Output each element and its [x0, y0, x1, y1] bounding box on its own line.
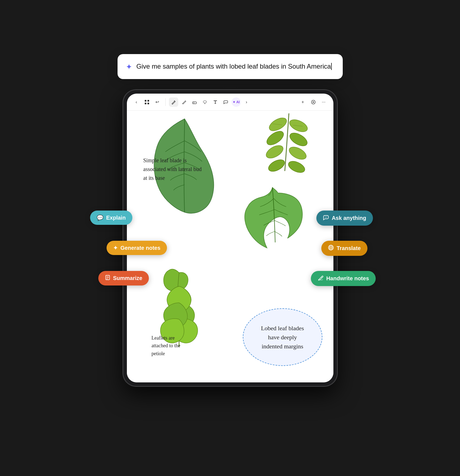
- svg-rect-0: [145, 100, 146, 102]
- svg-point-6: [203, 101, 207, 103]
- svg-point-23: [326, 217, 326, 217]
- svg-point-14: [264, 143, 285, 161]
- svg-rect-4: [193, 102, 196, 104]
- speech-tool-button[interactable]: [221, 97, 230, 107]
- toolbar-tools-group: ✦ AI ›: [169, 97, 251, 107]
- toolbar-divider-1: [165, 98, 166, 106]
- svg-point-13: [288, 130, 309, 149]
- svg-point-12: [264, 128, 286, 148]
- svg-point-16: [266, 157, 286, 174]
- translate-fab[interactable]: Translate: [321, 241, 367, 256]
- lobed-leaf-callout: Lobed leaf bladeshave deeplyindented mar…: [243, 308, 322, 366]
- svg-rect-3: [147, 103, 149, 104]
- text-tool-button[interactable]: [211, 97, 220, 107]
- toolbar-actions-group: + ···: [298, 97, 328, 107]
- translate-icon: [328, 245, 334, 252]
- ai-icon: ✦: [233, 100, 235, 104]
- toolbar: ‹ ↩: [127, 94, 333, 111]
- svg-rect-2: [145, 103, 146, 104]
- text-cursor: [331, 63, 332, 70]
- ai-sparkle-icon: ✦: [126, 62, 132, 71]
- explain-fab[interactable]: 💬 Explain: [90, 211, 132, 225]
- svg-point-10: [267, 115, 289, 133]
- explain-label: Explain: [106, 215, 126, 221]
- menu-button[interactable]: ···: [319, 97, 328, 107]
- svg-point-17: [286, 159, 306, 175]
- undo-button[interactable]: ↩: [153, 97, 162, 107]
- lasso-tool-button[interactable]: [200, 97, 210, 107]
- ask-label: Ask anything: [332, 215, 366, 221]
- svg-point-24: [327, 217, 327, 217]
- ai-tool-button[interactable]: ✦ AI: [232, 97, 241, 107]
- add-button[interactable]: +: [298, 97, 308, 107]
- summarize-label: Summarize: [113, 275, 143, 281]
- back-button[interactable]: ‹: [132, 97, 141, 107]
- ask-anything-fab[interactable]: Ask anything: [316, 211, 373, 226]
- svg-point-15: [287, 144, 308, 162]
- clear-button[interactable]: [309, 97, 318, 107]
- translate-label: Translate: [337, 245, 361, 251]
- summarize-icon: [105, 275, 110, 282]
- ai-label: AI: [236, 100, 240, 104]
- handwrite-icon: [317, 275, 324, 282]
- leaflet-text: Leaflets areattached to thepetiole: [152, 334, 180, 358]
- generate-notes-fab[interactable]: ✦ Generate notes: [107, 241, 167, 255]
- svg-point-22: [325, 217, 325, 217]
- pencil-tool-button[interactable]: [179, 97, 189, 107]
- explain-icon: 💬: [97, 214, 104, 221]
- pen-tool-button[interactable]: [169, 97, 178, 107]
- ai-prompt-box[interactable]: ✦ Give me samples of plants with lobed l…: [118, 54, 343, 79]
- ai-prompt-text: Give me samples of plants with lobed lea…: [136, 62, 332, 71]
- scene: ‹ ↩: [0, 0, 460, 476]
- tablet-screen: ‹ ↩: [127, 94, 333, 382]
- svg-rect-1: [147, 100, 149, 102]
- summarize-fab[interactable]: Summarize: [98, 271, 149, 285]
- callout-text: Lobed leaf bladeshave deeplyindented mar…: [261, 324, 304, 351]
- handwrite-notes-fab[interactable]: Handwrite notes: [311, 271, 376, 286]
- simple-leaf-text: Simple leaf blade isassociated with late…: [143, 156, 204, 182]
- generate-label: Generate notes: [121, 245, 161, 251]
- toolbar-nav-group: ‹ ↩: [132, 97, 162, 107]
- generate-icon: ✦: [113, 245, 118, 251]
- ask-icon: [323, 214, 329, 222]
- tablet-device: ‹ ↩: [123, 90, 337, 386]
- handwrite-label: Handwrite notes: [326, 275, 369, 282]
- grid-button[interactable]: [142, 97, 152, 107]
- more-right-button[interactable]: ›: [242, 97, 251, 107]
- eraser-tool-button[interactable]: [190, 97, 199, 107]
- svg-point-11: [288, 117, 309, 134]
